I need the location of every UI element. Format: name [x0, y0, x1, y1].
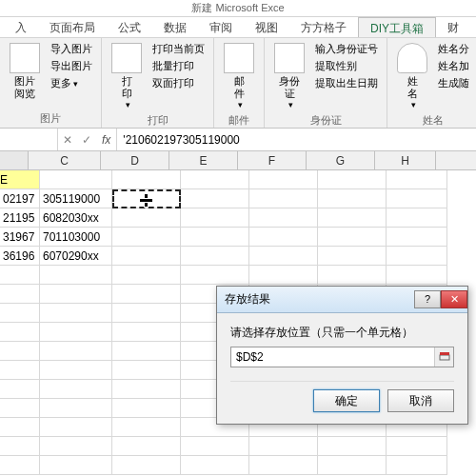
- cell[interactable]: [112, 399, 181, 418]
- cell[interactable]: [387, 208, 447, 228]
- export-picture-button[interactable]: 导出图片: [48, 58, 95, 74]
- cancel-button[interactable]: 取消: [387, 389, 454, 412]
- cell[interactable]: 36196: [0, 247, 40, 266]
- cell[interactable]: [112, 361, 181, 380]
- cell[interactable]: [318, 228, 387, 247]
- cell[interactable]: [318, 189, 387, 208]
- cell[interactable]: [0, 380, 40, 399]
- cell[interactable]: [0, 361, 40, 380]
- cell[interactable]: [0, 399, 40, 418]
- name-add-button[interactable]: 姓名加: [435, 58, 472, 74]
- cell[interactable]: [249, 437, 318, 456]
- col-header[interactable]: E: [169, 151, 238, 169]
- cell[interactable]: [181, 247, 249, 266]
- duplex-print-button[interactable]: 双面打印: [149, 75, 208, 91]
- cell[interactable]: [181, 189, 249, 208]
- cell[interactable]: [387, 228, 447, 247]
- cell[interactable]: [40, 380, 112, 399]
- cell[interactable]: [112, 208, 181, 228]
- cell[interactable]: [0, 285, 40, 304]
- cell[interactable]: [181, 437, 249, 456]
- ok-button[interactable]: 确定: [313, 389, 380, 412]
- name-random-button[interactable]: 生成随: [435, 75, 472, 91]
- col-header[interactable]: G: [307, 151, 375, 169]
- batch-print-button[interactable]: 批量打印: [149, 58, 208, 74]
- tab-finance[interactable]: 财: [436, 17, 470, 37]
- cell[interactable]: [0, 323, 40, 342]
- range-picker-button[interactable]: [434, 347, 453, 367]
- col-header[interactable]: C: [29, 151, 101, 169]
- cell[interactable]: [249, 266, 318, 285]
- print-button[interactable]: 打 印 ▾: [108, 41, 146, 111]
- cell[interactable]: [249, 170, 318, 189]
- cell[interactable]: [112, 342, 181, 361]
- cell[interactable]: [0, 342, 40, 361]
- cell[interactable]: [387, 266, 447, 285]
- cell[interactable]: [112, 437, 181, 456]
- name-split-button[interactable]: 姓名分: [435, 41, 472, 57]
- cell[interactable]: [112, 189, 181, 208]
- tab-layout[interactable]: 页面布局: [38, 17, 107, 37]
- cell[interactable]: [40, 170, 112, 189]
- cell[interactable]: [181, 208, 249, 228]
- cell[interactable]: 305119000: [40, 189, 112, 208]
- fx-icon[interactable]: fx: [96, 133, 116, 147]
- cell[interactable]: [112, 323, 181, 342]
- cell[interactable]: [0, 418, 40, 437]
- cell[interactable]: 02197: [0, 189, 40, 208]
- cell-reference-input[interactable]: [231, 347, 434, 367]
- cell[interactable]: [249, 247, 318, 266]
- col-header[interactable]: D: [101, 151, 169, 169]
- formula-input[interactable]: [117, 133, 476, 147]
- cell[interactable]: [40, 456, 112, 475]
- tab-data[interactable]: 数据: [152, 17, 198, 37]
- cell[interactable]: [318, 208, 387, 228]
- cell[interactable]: [387, 189, 447, 208]
- cell[interactable]: [318, 437, 387, 456]
- cell[interactable]: [40, 342, 112, 361]
- tab-diy-toolbox[interactable]: DIY工具箱: [358, 17, 436, 37]
- select-all-corner[interactable]: [0, 151, 29, 169]
- tab-formula[interactable]: 公式: [107, 17, 152, 37]
- cancel-icon[interactable]: ✕: [63, 133, 72, 147]
- cell[interactable]: [249, 189, 318, 208]
- cell[interactable]: [112, 456, 181, 475]
- extract-gender-button[interactable]: 提取性别: [312, 58, 381, 74]
- cell[interactable]: [112, 304, 181, 323]
- name-button[interactable]: 姓 名 ▾: [393, 41, 431, 111]
- cell[interactable]: [249, 208, 318, 228]
- dialog-title-bar[interactable]: 存放结果 ? ✕: [217, 287, 467, 313]
- cell[interactable]: [40, 399, 112, 418]
- cell[interactable]: 21195: [0, 208, 40, 228]
- cell[interactable]: [387, 456, 447, 475]
- dialog-help-button[interactable]: ?: [414, 290, 441, 308]
- col-header[interactable]: H: [375, 151, 436, 169]
- cell[interactable]: [40, 285, 112, 304]
- cell[interactable]: [40, 361, 112, 380]
- cell[interactable]: 701103000: [40, 228, 112, 247]
- more-picture-button[interactable]: 更多▾: [48, 75, 95, 91]
- cell[interactable]: [0, 266, 40, 285]
- cell[interactable]: [112, 380, 181, 399]
- tab-fanggezi[interactable]: 方方格子: [289, 17, 358, 37]
- confirm-icon[interactable]: ✓: [82, 133, 91, 147]
- picture-view-button[interactable]: 图片 阅览: [6, 41, 44, 102]
- print-current-button[interactable]: 打印当前页: [149, 41, 208, 57]
- cell[interactable]: [318, 247, 387, 266]
- cell[interactable]: [318, 266, 387, 285]
- mail-button[interactable]: 邮 件 ▾: [220, 41, 258, 111]
- cell[interactable]: [112, 228, 181, 247]
- id-card-button[interactable]: 身份 证 ▾: [270, 41, 308, 111]
- cell[interactable]: [40, 304, 112, 323]
- cell[interactable]: 6070290xx: [40, 247, 112, 266]
- cell[interactable]: [318, 456, 387, 475]
- input-id-button[interactable]: 输入身份证号: [312, 41, 381, 57]
- cell[interactable]: [40, 323, 112, 342]
- cell[interactable]: [0, 304, 40, 323]
- cell[interactable]: [112, 266, 181, 285]
- cell[interactable]: [40, 437, 112, 456]
- cell[interactable]: [112, 418, 181, 437]
- cell[interactable]: 6082030xx: [40, 208, 112, 228]
- cell[interactable]: [40, 266, 112, 285]
- tab-review[interactable]: 审阅: [198, 17, 244, 37]
